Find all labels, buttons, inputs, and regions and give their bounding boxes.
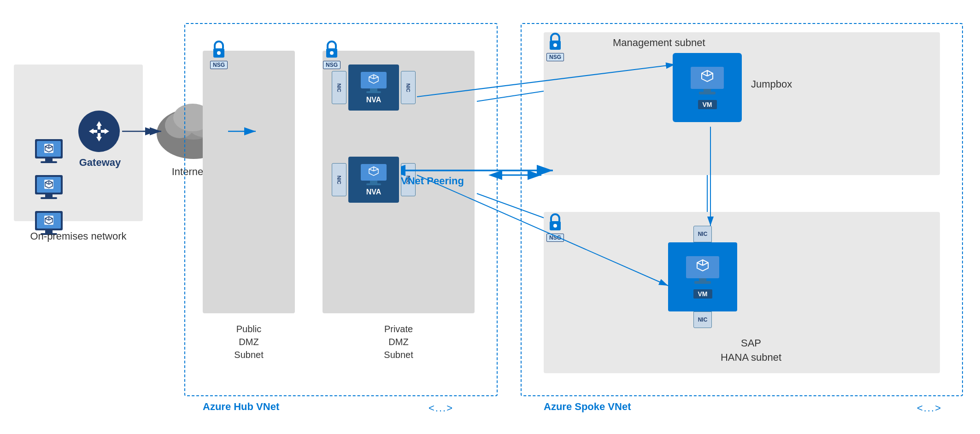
sap-vm-icon xyxy=(684,255,721,287)
lock-icon-private xyxy=(323,39,341,59)
svg-point-73 xyxy=(553,43,557,47)
nva-label-bottom: NVA xyxy=(366,188,381,196)
svg-rect-84 xyxy=(699,278,706,281)
nva-bottom-monitor: NVA xyxy=(348,157,399,203)
public-dmz-box xyxy=(203,51,295,313)
svg-rect-66 xyxy=(370,181,377,183)
svg-rect-46 xyxy=(101,130,105,133)
hub-vnet-ellipsis: <...> xyxy=(428,402,453,414)
svg-rect-67 xyxy=(366,183,381,185)
svg-rect-85 xyxy=(694,281,711,284)
nva-screen-icon-bottom xyxy=(360,163,387,186)
svg-rect-13 xyxy=(45,158,53,161)
internet-to-dmz-arrow xyxy=(226,117,263,145)
lock-icon-public xyxy=(210,39,228,59)
sap-vm-label: VM xyxy=(693,289,712,299)
nsg-public-dmz: NSG xyxy=(210,39,228,69)
nva-top-to-jumpbox-arrow xyxy=(415,60,691,106)
nic-left-top: NIC xyxy=(332,71,346,104)
nic-right-top: NIC xyxy=(401,71,416,104)
nva-screen-icon-top xyxy=(360,71,387,94)
gateway-circle xyxy=(78,111,120,152)
nic-left-bottom: NIC xyxy=(332,163,346,196)
sap-subnet-label: SAPHANA subnet xyxy=(705,336,797,365)
diagram-container: On-premises network Gateway xyxy=(0,0,980,434)
svg-point-55 xyxy=(217,51,221,55)
spoke-vnet-ellipsis: <...> xyxy=(917,402,942,414)
spoke-vnet-label: Azure Spoke VNet xyxy=(544,401,631,413)
svg-line-100 xyxy=(417,175,668,286)
svg-rect-44 xyxy=(94,130,97,133)
svg-line-98 xyxy=(417,65,675,97)
svg-rect-60 xyxy=(366,91,381,93)
computer-icon-1 xyxy=(32,138,65,166)
svg-point-57 xyxy=(330,51,334,55)
nva-top-unit: NIC NVA NIC xyxy=(332,65,416,111)
computer-icon-2 xyxy=(32,174,65,202)
nva-label-top: NVA xyxy=(366,96,381,104)
gateway-label: Gateway xyxy=(70,157,130,169)
jumpbox-vm-icon xyxy=(689,66,726,97)
svg-rect-59 xyxy=(370,88,377,91)
on-premises-label: On-premises network xyxy=(14,230,143,242)
mgmt-subnet-label: Management subnet xyxy=(613,37,705,49)
svg-rect-23 xyxy=(41,197,57,199)
svg-rect-42 xyxy=(98,133,100,137)
svg-rect-14 xyxy=(41,161,57,163)
nva-top-monitor: NVA xyxy=(348,65,399,111)
private-dmz-label: PrivateDMZSubnet xyxy=(323,323,475,361)
jumpbox-label: Jumpbox xyxy=(751,78,792,90)
gateway-icon xyxy=(85,117,113,145)
svg-rect-40 xyxy=(98,126,100,129)
svg-rect-76 xyxy=(699,92,716,94)
hub-vnet-label: Azure Hub VNet xyxy=(203,401,279,413)
nsg-label-public: NSG xyxy=(210,61,228,69)
gateway-to-internet-arrow xyxy=(120,117,166,145)
svg-rect-22 xyxy=(45,194,53,197)
on-prem-computers xyxy=(32,138,65,238)
public-dmz-label: PublicDMZSubnet xyxy=(203,323,295,361)
jumpbox-to-sap-arrow xyxy=(705,124,719,230)
nva-bottom-to-sap-arrow xyxy=(415,170,682,299)
nsg-mgmt-subnet: NSG xyxy=(546,31,564,61)
svg-rect-75 xyxy=(704,89,711,92)
nic-sap-bottom: NIC xyxy=(693,311,712,328)
jumpbox-vm-label: VM xyxy=(698,100,717,109)
lock-icon-mgmt xyxy=(546,31,564,52)
